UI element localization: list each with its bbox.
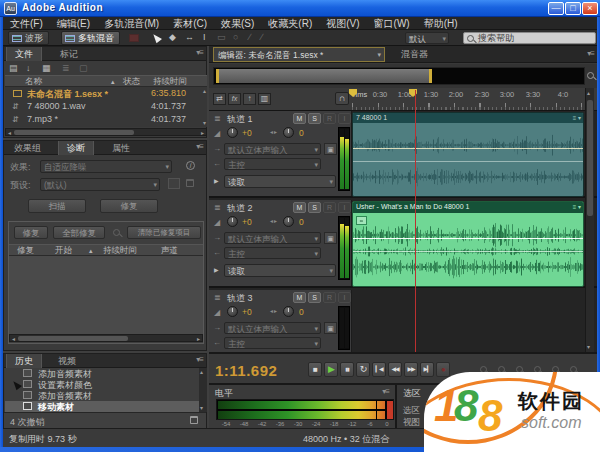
info-icon[interactable]: i (186, 161, 195, 170)
scroll-left-icon[interactable]: ◂ (12, 335, 15, 343)
scroll-up-icon[interactable]: ▴ (203, 87, 206, 95)
panel-menu-icon[interactable]: ▾≡ (196, 355, 203, 364)
trash-icon[interactable] (190, 416, 198, 424)
results-hscrollbar[interactable]: ◂ ▸ (9, 334, 203, 342)
monitor-button[interactable]: I (338, 202, 351, 213)
preset-dropdown[interactable]: (默认)▾ (40, 178, 160, 191)
input-dropdown[interactable]: 默认立体声输入▾ (224, 322, 321, 334)
tab-history[interactable]: 历史 (6, 354, 42, 368)
track-1-header[interactable]: ≣ 轨道 1 M S R I ◢ +0 ◄► 0 → 默认立体声输入▾ ▣ ← (209, 111, 352, 196)
rewind-button[interactable]: ◀◀ (388, 362, 402, 377)
delete-icon[interactable]: ▢ (79, 63, 88, 73)
col-status[interactable]: 状态 (123, 76, 140, 87)
go-to-start-button[interactable]: ▎◀ (372, 362, 386, 377)
volume-knob[interactable] (227, 306, 238, 317)
maximize-button[interactable]: □ (565, 2, 581, 15)
automation-dropdown[interactable]: 读取▾ (224, 175, 336, 188)
play-button[interactable]: ▶ (324, 362, 338, 377)
delete-preset-icon[interactable] (186, 179, 194, 187)
drag-handle-icon[interactable]: ≣ (214, 114, 221, 123)
menu-effects[interactable]: 效果(S) (214, 18, 261, 29)
output-dropdown[interactable]: 主控▾ (224, 247, 321, 259)
playhead[interactable] (415, 90, 416, 352)
marquee-tool-icon[interactable]: ▭ (217, 32, 226, 42)
volume-envelope-line[interactable] (353, 148, 583, 149)
scroll-left-icon[interactable]: ◂ (8, 129, 11, 137)
clip-title[interactable]: Usher - What's a Man to Do 48000 1 ≡ ▾ (353, 202, 583, 213)
input-dropdown[interactable]: 默认立体声输入▾ (224, 232, 321, 244)
open-file-icon[interactable]: ▤ (9, 63, 18, 73)
solo-button[interactable]: S (308, 292, 321, 303)
title-bar[interactable]: Au Adobe Audition — □ × (0, 0, 600, 17)
tab-markers[interactable]: 标记 (52, 47, 86, 61)
scroll-right-icon[interactable]: ▸ (197, 335, 200, 343)
input-dropdown[interactable]: 默认立体声输入▾ (224, 143, 321, 155)
brush-tool-icon[interactable]: ∕ (249, 32, 251, 42)
repair-all-button[interactable]: 全部修复 (53, 226, 105, 239)
tab-diagnostics[interactable]: 诊断 (58, 141, 94, 155)
tab-mixer[interactable]: 混音器 (393, 47, 436, 61)
search-help-input[interactable]: 搜索帮助 (463, 32, 596, 44)
panel-menu-icon[interactable]: ▾≡ (382, 387, 389, 396)
tab-effects-rack[interactable]: 效果组 (6, 141, 49, 155)
menu-favorites[interactable]: 收藏夹(R) (261, 18, 319, 29)
insert-icon[interactable]: ≣ (62, 63, 70, 73)
eq-icon[interactable]: ▣ (324, 322, 337, 334)
pause-button[interactable]: ▮▮ (340, 362, 354, 377)
navigator-zoom-icon[interactable] (587, 72, 594, 79)
slip-tool-icon[interactable]: ↔ (185, 32, 194, 42)
files-column-header[interactable]: 名称 ▴ 状态 持续时间 (5, 75, 207, 87)
repair-button[interactable]: 修复 (100, 199, 158, 213)
mute-button[interactable]: M (293, 113, 306, 124)
track-2-header[interactable]: ≣ 轨道 2 M S R I ◢ +0 ◄► 0 → 默认立体声输入▾ ▣ ← (209, 200, 352, 286)
move-tool-icon[interactable] (151, 32, 162, 43)
snapping-icon[interactable]: ⇄ (213, 93, 226, 105)
tracks-vscrollbar[interactable]: ▴ ▾ (585, 88, 594, 352)
history-item[interactable]: 添加音频素材 (5, 368, 199, 379)
waveform-mode-button[interactable]: 波形 (8, 31, 49, 45)
panel-menu-icon[interactable]: ▾≡ (587, 49, 594, 58)
volume-envelope-line[interactable] (353, 238, 583, 239)
mute-button[interactable]: M (293, 292, 306, 303)
fast-forward-button[interactable]: ▶▶ (404, 362, 418, 377)
fx-icon[interactable]: fx (228, 93, 241, 105)
arm-button[interactable]: R (323, 292, 336, 303)
menu-multitrack[interactable]: 多轨混音(M) (97, 18, 166, 29)
clip-menu-icon[interactable]: ≡ ▾ (573, 202, 581, 212)
automation-arrow-icon[interactable]: ▶ (214, 177, 219, 184)
arm-button[interactable]: R (323, 202, 336, 213)
chevron-down-icon[interactable]: ▾ (377, 48, 381, 62)
files-hscrollbar[interactable]: ◂ ▸ (5, 128, 207, 136)
record-button[interactable]: ● (436, 362, 450, 377)
volume-value[interactable]: +0 (242, 128, 252, 138)
razor-tool-icon[interactable]: ◆ (169, 32, 176, 42)
navigator-track[interactable] (213, 67, 585, 85)
menu-window[interactable]: 窗口(W) (367, 18, 417, 29)
close-button[interactable]: × (582, 2, 598, 15)
audio-clip[interactable]: 7 48000 1 ≡ ▾ (352, 112, 584, 197)
metronome-icon[interactable]: ∩ (335, 92, 349, 105)
tab-selection[interactable]: 选区 (403, 387, 421, 400)
output-dropdown[interactable]: 主控▾ (224, 337, 321, 349)
navigator-range-handle[interactable] (216, 69, 432, 83)
output-dropdown[interactable]: 主控▾ (224, 158, 321, 170)
track-name[interactable]: 轨道 1 (227, 113, 253, 126)
scroll-thumb[interactable] (587, 100, 593, 216)
col-name[interactable]: 名称 (25, 76, 42, 87)
results-column-header[interactable]: 修复 开始 ▴ 持续时间 声道 (9, 244, 203, 256)
time-selection-tool-icon[interactable]: I (203, 32, 206, 42)
pencil-tool-icon[interactable]: ∕ (261, 32, 263, 42)
scroll-down-icon[interactable]: ▾ (203, 119, 206, 127)
file-row[interactable]: 未命名混音 1.sesx * 6:35.810 (5, 87, 207, 100)
pan-value[interactable]: 0 (299, 128, 304, 138)
history-item-selected[interactable]: 移动素材 (5, 401, 199, 412)
multitrack-mode-button[interactable]: 多轨混音 (61, 31, 120, 45)
go-to-end-button[interactable]: ▶▎ (420, 362, 434, 377)
media-browser-icon[interactable]: ▦ (42, 63, 51, 73)
tab-editor[interactable]: 编辑器: 未命名混音 1.sesx * ▾ (213, 47, 385, 62)
menu-file[interactable]: 文件(F) (3, 18, 50, 29)
pan-knob[interactable] (283, 306, 294, 317)
menu-help[interactable]: 帮助(H) (417, 18, 465, 29)
eq-icon[interactable]: ▣ (324, 143, 337, 155)
pan-knob[interactable] (283, 127, 294, 138)
